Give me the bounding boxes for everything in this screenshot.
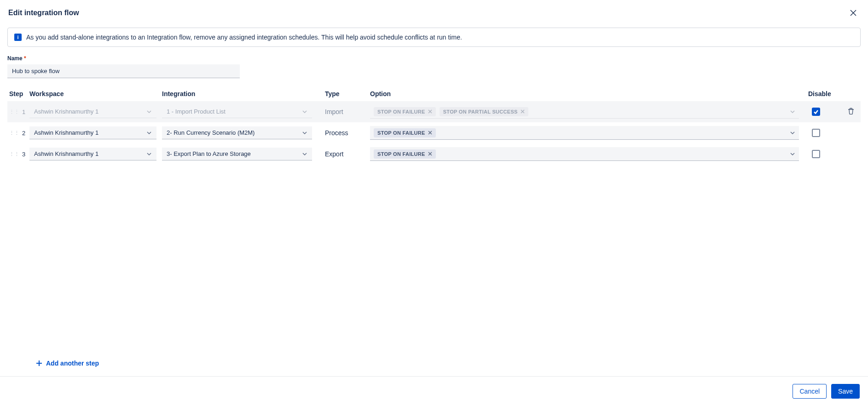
- col-header-option: Option: [370, 90, 808, 97]
- tag-close-icon: [428, 131, 432, 135]
- type-value: Export: [325, 150, 370, 158]
- name-label-text: Name: [7, 55, 23, 62]
- table-row: ⋮⋮ 1 Ashwin Krishnamurthy 1 1 - Import P…: [7, 101, 861, 122]
- chevron-down-icon: [790, 130, 795, 136]
- name-label: Name *: [7, 55, 861, 62]
- table-row: ⋮⋮ 2 Ashwin Krishnamurthy 1 2- Run Curre…: [7, 122, 861, 143]
- workspace-select[interactable]: Ashwin Krishnamurthy 1: [29, 126, 156, 139]
- option-tag: STOP ON PARTIAL SUCCESS: [440, 107, 528, 116]
- name-input[interactable]: [7, 64, 240, 78]
- col-header-disable: Disable: [808, 90, 841, 97]
- col-header-workspace: Workspace: [29, 90, 162, 97]
- tag-remove[interactable]: [521, 109, 525, 115]
- chevron-down-icon: [146, 151, 152, 157]
- integration-select[interactable]: 2- Run Currency Scenario (M2M): [162, 126, 312, 139]
- workspace-select[interactable]: Ashwin Krishnamurthy 1: [29, 105, 156, 118]
- trash-icon: [847, 108, 855, 115]
- workspace-value: Ashwin Krishnamurthy 1: [34, 150, 98, 157]
- drag-handle-icon[interactable]: ⋮⋮: [9, 152, 19, 157]
- col-header-type: Type: [325, 90, 370, 97]
- option-select[interactable]: STOP ON FAILURE: [370, 126, 799, 140]
- option-select[interactable]: STOP ON FAILURESTOP ON PARTIAL SUCCESS: [370, 105, 799, 119]
- info-banner: i As you add stand-alone integrations to…: [7, 28, 861, 47]
- workspace-value: Ashwin Krishnamurthy 1: [34, 129, 98, 136]
- add-step-label: Add another step: [46, 360, 99, 367]
- col-header-step: Step: [7, 90, 29, 97]
- delete-row-button[interactable]: [845, 106, 856, 118]
- info-icon: i: [14, 34, 22, 41]
- drag-handle-icon[interactable]: ⋮⋮: [9, 131, 19, 136]
- close-button[interactable]: [847, 6, 860, 19]
- table-header-row: Step Workspace Integration Type Option D…: [7, 86, 861, 101]
- cancel-button[interactable]: Cancel: [793, 384, 827, 399]
- plus-icon: [36, 360, 42, 366]
- step-number: 3: [22, 151, 25, 158]
- integration-select[interactable]: 1 - Import Product List: [162, 105, 312, 118]
- tag-close-icon: [521, 109, 525, 114]
- chevron-down-icon: [302, 130, 307, 136]
- close-icon: [849, 8, 858, 17]
- step-number: 2: [22, 130, 25, 137]
- workspace-value: Ashwin Krishnamurthy 1: [34, 108, 98, 115]
- info-banner-text: As you add stand-alone integrations to a…: [26, 34, 462, 41]
- required-indicator: *: [24, 55, 26, 62]
- table-row: ⋮⋮ 3 Ashwin Krishnamurthy 1 3- Export Pl…: [7, 143, 861, 165]
- chevron-down-icon: [302, 109, 307, 114]
- step-number: 1: [22, 109, 25, 115]
- chevron-down-icon: [146, 109, 152, 114]
- integration-value: 3- Export Plan to Azure Storage: [167, 150, 251, 157]
- col-header-integration: Integration: [162, 90, 325, 97]
- add-step-button[interactable]: Add another step: [36, 360, 99, 367]
- chevron-down-icon: [790, 109, 795, 114]
- workspace-select[interactable]: Ashwin Krishnamurthy 1: [29, 148, 156, 160]
- disable-checkbox[interactable]: [812, 150, 820, 158]
- tag-close-icon: [428, 109, 432, 114]
- integration-value: 1 - Import Product List: [167, 108, 226, 115]
- drag-handle-icon[interactable]: ⋮⋮: [9, 109, 19, 114]
- integration-value: 2- Run Currency Scenario (M2M): [167, 129, 255, 136]
- chevron-down-icon: [146, 130, 152, 136]
- chevron-down-icon: [302, 151, 307, 157]
- tag-remove[interactable]: [428, 151, 432, 157]
- check-icon: [813, 109, 819, 114]
- disable-checkbox[interactable]: [812, 108, 820, 116]
- option-tag: STOP ON FAILURE: [374, 128, 436, 137]
- type-value: Import: [325, 108, 370, 115]
- tag-remove[interactable]: [428, 109, 432, 115]
- option-tag: STOP ON FAILURE: [374, 107, 436, 116]
- disable-checkbox[interactable]: [812, 129, 820, 137]
- chevron-down-icon: [790, 151, 795, 157]
- modal-title: Edit integration flow: [8, 9, 79, 17]
- integration-select[interactable]: 3- Export Plan to Azure Storage: [162, 148, 312, 160]
- type-value: Process: [325, 129, 370, 137]
- option-select[interactable]: STOP ON FAILURE: [370, 147, 799, 161]
- option-tag: STOP ON FAILURE: [374, 149, 436, 159]
- tag-remove[interactable]: [428, 130, 432, 136]
- save-button[interactable]: Save: [831, 384, 860, 399]
- tag-close-icon: [428, 152, 432, 156]
